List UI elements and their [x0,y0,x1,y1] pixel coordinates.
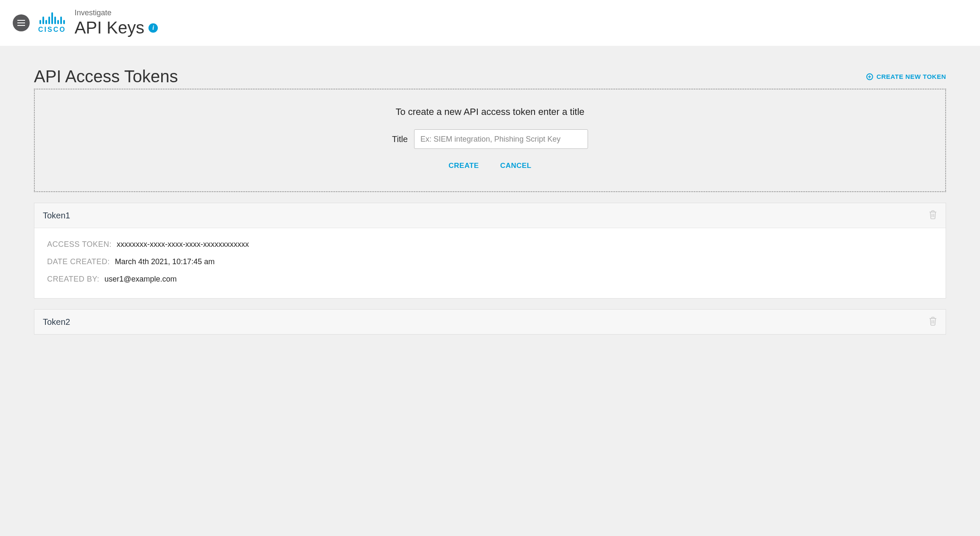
token-name: Token1 [43,211,70,221]
info-icon[interactable]: i [148,23,158,33]
token-card: Token1 ACCESS TOKEN: xxxxxxxx-xxxx-xxxx-… [34,203,946,299]
logo-text: CISCO [38,26,66,34]
menu-button[interactable] [13,14,30,31]
main-content: API Access Tokens + CREATE NEW TOKEN To … [0,46,980,356]
created-by-field: CREATED BY: user1@example.com [47,275,933,284]
field-value: user1@example.com [104,275,176,284]
date-created-field: DATE CREATED: March 4th 2021, 10:17:45 a… [47,257,933,266]
create-instruction: To create a new API access token enter a… [43,106,937,117]
field-label: DATE CREATED: [47,257,110,266]
title-input-row: Title [43,129,937,149]
section-title: API Access Tokens [34,67,178,86]
field-label: ACCESS TOKEN: [47,240,112,249]
title-label: Title [392,134,408,144]
field-label: CREATED BY: [47,275,99,284]
token-card-header[interactable]: Token2 [34,310,946,334]
create-new-label: CREATE NEW TOKEN [876,73,946,80]
create-token-panel: To create a new API access token enter a… [34,89,946,192]
field-value: xxxxxxxx-xxxx-xxxx-xxxx-xxxxxxxxxxxx [117,240,249,249]
title-input[interactable] [414,129,588,149]
cisco-logo: CISCO [38,12,66,34]
access-token-field: ACCESS TOKEN: xxxxxxxx-xxxx-xxxx-xxxx-xx… [47,240,933,249]
action-row: CREATE CANCEL [43,162,937,170]
token-card: Token2 [34,309,946,335]
cisco-bars-icon [39,12,65,24]
create-new-token-button[interactable]: + CREATE NEW TOKEN [866,73,946,80]
trash-icon[interactable] [929,316,937,327]
trash-icon[interactable] [929,210,937,221]
cancel-button[interactable]: CANCEL [500,162,532,170]
hamburger-icon [17,20,25,26]
field-value: March 4th 2021, 10:17:45 am [115,257,215,266]
section-header: API Access Tokens + CREATE NEW TOKEN [34,67,946,86]
app-header: CISCO Investigate API Keys i [0,0,980,46]
token-name: Token2 [43,317,70,327]
create-button[interactable]: CREATE [448,162,479,170]
token-card-header[interactable]: Token1 [34,203,946,228]
page-subtitle: Investigate [75,8,158,17]
title-block: Investigate API Keys i [75,8,158,37]
plus-circle-icon: + [866,73,873,80]
page-title: API Keys [75,18,145,37]
token-card-body: ACCESS TOKEN: xxxxxxxx-xxxx-xxxx-xxxx-xx… [34,228,946,298]
